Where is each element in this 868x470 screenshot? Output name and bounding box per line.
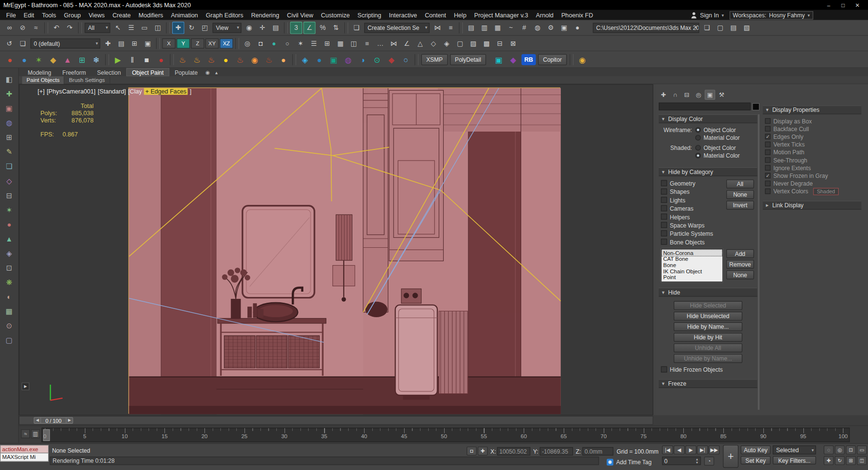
go-to-start-button[interactable]: |◀ [662,445,673,455]
ribbon-minimize-icon[interactable]: ▴ [212,68,221,76]
close-button[interactable]: ✕ [850,0,865,10]
save-file-icon[interactable]: ▤ [727,22,739,34]
plugin-icon-2[interactable]: ⊞ [75,53,89,66]
menu-item-customize[interactable]: Customize [317,10,354,20]
xy-plane-constraint[interactable]: XY [205,38,219,48]
radio-object-color[interactable]: Object Color [695,126,755,134]
layer-properties-icon[interactable]: ▤ [115,37,127,49]
camera-view-frame[interactable] [128,88,560,414]
ribbon-tab-populate[interactable]: Populate [169,68,203,76]
maximize-viewport-icon[interactable]: ⊞ [846,456,856,465]
menu-item-graph-editors[interactable]: Graph Editors [202,10,247,20]
select-and-scale-icon[interactable]: ◰ [199,22,211,34]
list-icon[interactable]: ☰ [308,37,320,49]
transform-toolbox-icon[interactable]: ▢ [454,37,466,49]
menu-item-tools[interactable]: Tools [38,10,60,20]
mirror-tool-icon[interactable]: ⋈ [388,37,400,49]
lock-selection-icon[interactable]: ◘ [255,37,267,49]
undo-icon[interactable]: ↶ [50,22,62,34]
hide-frozen-objects-checkbox[interactable]: Hide Frozen Objects [661,365,755,374]
left-tool-icon-12[interactable]: ▲ [2,232,16,245]
object-color-swatch[interactable] [752,103,760,110]
display-property-show-frozen-in-gray[interactable]: ✓Show Frozen in Gray [765,172,859,179]
grid-icon[interactable]: ⊞ [321,37,333,49]
left-tool-icon-9[interactable]: ⊟ [2,188,16,202]
percent-snap-icon[interactable]: % [317,22,329,34]
ribbon-subtab-paint-objects[interactable]: Paint Objects [22,76,65,84]
reference-coordinate-dropdown[interactable]: View [213,23,242,33]
redo-icon[interactable]: ↷ [64,22,76,34]
left-tool-icon-11[interactable]: ● [2,217,16,231]
set-key-button[interactable]: Set Key [741,456,771,464]
sign-in-button[interactable]: Sign In ▾ [691,12,724,18]
align-normals-icon[interactable]: ≡ [361,37,373,49]
zoom-icon[interactable]: ◌ [824,445,834,455]
category-checkbox-space-warps[interactable]: Space Warps [661,221,723,229]
utility-icon-1[interactable]: ▨ [467,37,479,49]
time-slider-handle[interactable]: ◀ 0 / 100 ▶ [34,417,73,424]
phoenix-fire-icon-5[interactable]: ♨ [262,53,276,66]
category-checkbox-lights[interactable]: Lights [661,196,723,204]
phoenix-fire-icon-2[interactable]: ♨ [190,53,204,66]
layer-explorer-icon[interactable]: ▥ [478,22,490,34]
menu-item-interactive[interactable]: Interactive [385,10,421,20]
next-frame-button[interactable]: ▶| [697,445,708,455]
open-file-icon[interactable]: ▢ [714,22,726,34]
zoom-region-icon[interactable]: ▭ [857,445,867,455]
phoenix-fire-icon-1[interactable]: ♨ [176,53,190,66]
menu-item-civil-view[interactable]: Civil View [283,10,317,20]
key-filters-button[interactable]: Key Filters... [773,456,816,464]
maximize-button[interactable]: □ [836,0,850,10]
menu-item-group[interactable]: Group [60,10,84,20]
radio-object-color[interactable]: Object Color [695,144,755,151]
ribbon-tab-modeling[interactable]: Modeling [22,68,57,76]
spacing-tool-icon[interactable]: … [374,37,386,49]
scene-explorer-icon[interactable]: ▤ [465,22,477,34]
remove-category-button[interactable]: Remove [726,260,754,269]
menu-item-content[interactable]: Content [421,10,450,20]
rollout-header[interactable]: ▼Hide [659,288,757,297]
listener-line-white[interactable]: MAXScript Mi [0,453,49,461]
keyboard-override-icon[interactable]: ▤ [270,22,282,34]
minimize-button[interactable]: – [822,0,836,10]
undo-view-icon[interactable]: ↺ [3,37,15,49]
display-property-backface-cull[interactable]: Backface Cull [765,125,859,133]
previous-frame-button[interactable]: ◀ [674,445,685,455]
viewport-label-part[interactable]: [+] [38,88,44,95]
menu-item-phoenix-fd[interactable]: Phoenix FD [557,10,597,20]
left-tool-icon-18[interactable]: ⊙ [2,319,16,333]
rollout-header[interactable]: ▼Display Properties [763,106,861,115]
zoom-all-icon[interactable]: ◎ [835,445,845,455]
spinner-snap-icon[interactable]: ⇅ [330,22,342,34]
light-toggle-icon[interactable]: ● [268,37,280,49]
open-mini-curve-editor-icon[interactable]: ≈ [21,430,30,439]
orbit-icon[interactable]: ↻ [835,456,845,465]
ribbon-tab-object-paint[interactable]: Object Paint [126,68,169,76]
display-property-see-through[interactable]: See-Through [765,156,859,164]
add-selection-to-layer-icon[interactable]: ⊞ [128,37,140,49]
create-layer-icon[interactable]: ✚ [102,37,114,49]
select-and-link-icon[interactable]: ∞ [3,22,15,34]
selected-set-dropdown[interactable]: Selected [773,445,816,455]
plugin-icon-1[interactable]: ▲ [61,53,74,66]
object-name-field[interactable] [659,103,751,110]
render-production-icon[interactable]: ● [571,22,583,34]
left-tool-icon-16[interactable]: ◐ [2,290,16,303]
viewport-layout-icon[interactable]: ◫ [857,456,867,465]
sim-plugin-icon-3[interactable]: ▣ [327,53,340,66]
utility-icon-3[interactable]: ⊟ [494,37,506,49]
named-selection-dropdown[interactable]: Create Selection Se [364,23,429,33]
measure-icon[interactable]: ∠ [401,37,413,49]
radio-material-color[interactable]: Material Color [695,152,755,160]
menu-item-views[interactable]: Views [85,10,109,20]
display-property-vertex-ticks[interactable]: Vertex Ticks [765,140,859,148]
hide-by-hitbutton[interactable]: Hide by Hit [674,333,742,342]
z-coordinate-field[interactable]: 0.0mm [583,447,613,456]
category-checkbox-geometry[interactable]: Geometry [661,179,723,187]
xsmp-button[interactable]: XSMP [421,54,448,65]
left-tool-icon-14[interactable]: ⊡ [2,261,16,274]
phoenix-glow-icon[interactable]: ● [277,53,290,66]
zoom-extents-icon[interactable]: ⊡ [846,445,856,455]
x-coordinate-field[interactable]: 10050.502 [497,447,530,456]
named-sets-icon[interactable]: ❏ [16,37,28,49]
